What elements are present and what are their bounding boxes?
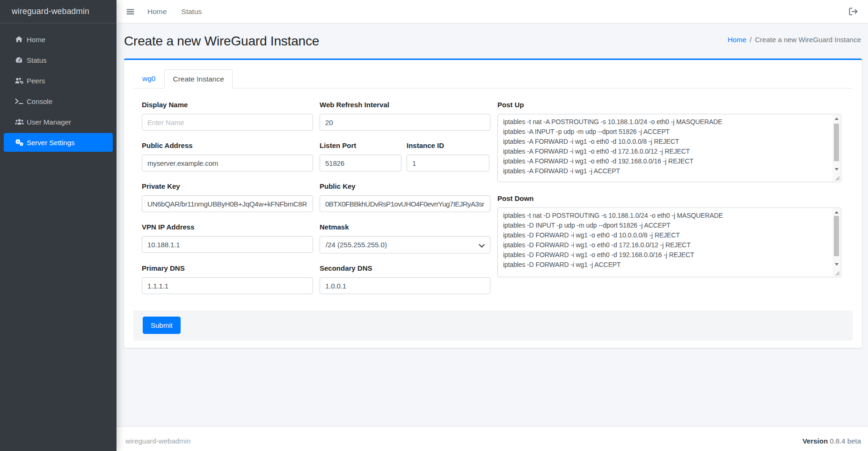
scrollbar-thumb[interactable]: [834, 216, 839, 256]
resize-grip-icon[interactable]: [835, 271, 840, 276]
public-address-label: Public Address: [142, 142, 313, 149]
web-refresh-interval-label: Web Refresh Interval: [320, 101, 490, 109]
post-down-label: Post Down: [497, 195, 841, 202]
sidebar-item-console[interactable]: Console: [4, 92, 113, 111]
home-icon: [15, 36, 27, 43]
sidebar-item-label: Status: [27, 56, 47, 64]
sidebar-item-status[interactable]: Status: [4, 51, 113, 69]
sidebar: wireguard-webadmin Home Status Peers Con…: [0, 0, 117, 451]
listen-port-input[interactable]: [320, 155, 401, 171]
brand[interactable]: wireguard-webadmin: [0, 0, 117, 23]
nav-link-home[interactable]: Home: [147, 7, 167, 16]
instance-id-input[interactable]: [407, 155, 489, 171]
vpn-ip-label: VPN IP Address: [142, 223, 313, 231]
netmask-select[interactable]: /24 (255.255.255.0): [320, 236, 490, 253]
breadcrumb-current: Create a new WireGuard Instance: [755, 36, 861, 44]
sidebar-nav: Home Status Peers Console User Manager: [0, 23, 117, 154]
public-key-label: Public Key: [320, 183, 490, 190]
display-name-input[interactable]: [142, 114, 313, 131]
post-down-scrollbar[interactable]: [832, 208, 840, 276]
nav-link-status[interactable]: Status: [181, 7, 202, 16]
submit-button[interactable]: Submit: [143, 317, 181, 334]
users-icon: [15, 118, 27, 126]
scroll-up-icon[interactable]: [832, 208, 840, 216]
tab-create-instance[interactable]: Create Instance: [164, 69, 232, 89]
form-footer: Submit: [133, 311, 853, 340]
scroll-down-icon[interactable]: [832, 165, 840, 173]
page-footer: wireguard-webadmin Version 0.8.4 beta: [117, 426, 868, 451]
instance-card: wg0 Create Instance Display Name Web Ref…: [124, 59, 862, 348]
display-name-label: Display Name: [142, 101, 313, 109]
sidebar-item-label: Home: [27, 36, 45, 44]
primary-dns-input[interactable]: [142, 277, 313, 294]
users-gear-icon: [15, 77, 27, 84]
footer-brand: wireguard-webadmin: [125, 437, 190, 445]
breadcrumb: Home/Create a new WireGuard Instance: [728, 23, 861, 59]
gears-icon: [15, 139, 27, 146]
chevron-down-icon: [480, 243, 484, 247]
top-navbar: Home Status: [117, 0, 868, 23]
post-down-textarea[interactable]: iptables -t nat -D POSTROUTING -s 10.188…: [497, 207, 841, 277]
private-key-input[interactable]: [142, 195, 313, 212]
post-up-scrollbar[interactable]: [832, 115, 840, 181]
breadcrumb-home-link[interactable]: Home: [728, 36, 746, 44]
instance-id-label: Instance ID: [407, 142, 489, 149]
page-title: Create a new WireGuard Instance: [124, 23, 319, 59]
tab-wg0[interactable]: wg0: [133, 69, 164, 88]
resize-grip-icon[interactable]: [835, 176, 840, 181]
secondary-dns-label: Secondary DNS: [320, 265, 490, 272]
vpn-ip-input[interactable]: [142, 236, 313, 253]
sidebar-item-user-manager[interactable]: User Manager: [4, 112, 113, 131]
private-key-label: Private Key: [142, 183, 313, 190]
sidebar-toggle-icon[interactable]: [126, 8, 134, 15]
primary-dns-label: Primary DNS: [142, 265, 313, 272]
tachometer-icon: [15, 56, 27, 64]
netmask-label: Netmask: [320, 223, 490, 231]
version-info: Version 0.8.4 beta: [802, 437, 861, 445]
netmask-selected-value: /24 (255.255.255.0): [326, 241, 387, 249]
sidebar-item-home[interactable]: Home: [4, 30, 113, 49]
sidebar-item-server-settings[interactable]: Server Settings: [4, 133, 113, 152]
sidebar-item-label: Server Settings: [27, 139, 75, 147]
web-refresh-interval-input[interactable]: [320, 114, 490, 131]
post-up-textarea[interactable]: iptables -t nat -A POSTROUTING -s 10.188…: [497, 114, 841, 182]
instance-tabs: wg0 Create Instance: [133, 69, 853, 89]
public-key-input[interactable]: [320, 195, 490, 212]
scrollbar-thumb[interactable]: [834, 124, 839, 161]
public-address-input[interactable]: [142, 155, 313, 171]
logout-icon[interactable]: [849, 7, 858, 15]
listen-port-label: Listen Port: [320, 142, 401, 149]
sidebar-item-label: Console: [27, 97, 52, 105]
post-up-label: Post Up: [497, 101, 841, 109]
terminal-icon: [15, 97, 27, 105]
secondary-dns-input[interactable]: [320, 277, 490, 294]
create-instance-form: Display Name Web Refresh Interval Public…: [133, 101, 853, 294]
scroll-up-icon[interactable]: [832, 115, 840, 122]
scroll-down-icon[interactable]: [832, 260, 840, 268]
sidebar-item-label: Peers: [27, 77, 45, 85]
sidebar-item-label: User Manager: [27, 118, 71, 126]
sidebar-item-peers[interactable]: Peers: [4, 71, 113, 90]
